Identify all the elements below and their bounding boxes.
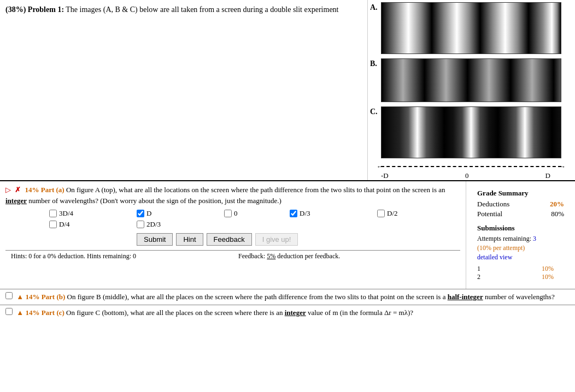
attempts-label: Attempts remaining: [477,235,531,242]
part-a-desc1: On figure A (top), what are all the loca… [66,186,445,194]
grade-summary-title: Grade Summary [477,189,564,198]
deductions-label: Deductions [477,200,509,209]
part-c-section: ▲ 14% Part (c) On figure C (bottom), wha… [0,305,575,320]
feedback-text: Feedback: 5% deduction per feedback. [238,252,340,260]
part-a-x-icon: ✗ [15,186,21,194]
deductions-value: 20% [550,200,564,209]
axis-arrow-right: → [559,163,566,171]
grade-summary: Grade Summary Deductions 20% Potential 8… [472,185,570,286]
part-b-bold: half-integer [448,293,483,301]
image-label-b: B. [370,58,381,68]
part-b-warning-icon: ▲ [16,293,24,301]
part-a-desc2: number of wavelengths? (Don't worry abou… [28,197,281,205]
label-d4: D/4 [59,220,70,229]
attempt-pct-1: 10% [542,265,554,273]
submissions-title: Submissions [477,224,564,233]
hints-right-text: Feedback: 5% deduction per feedback. [238,252,455,260]
diffraction-image-c [381,106,561,158]
potential-value: 80% [551,210,564,218]
checkbox-grid: 3D/4 D 0 D/3 D/2 D/4 [49,209,460,229]
hints-left-text: Hints: 0 for a 0% deduction. Hints remai… [11,252,227,260]
part-c-checkbox-icon [5,308,16,317]
label-3d4: 3D/4 [59,209,73,218]
hints-bar: Hints: 0 for a 0% deduction. Hints remai… [5,250,460,262]
checkbox-d[interactable] [137,210,144,217]
axis-line: ← → [381,162,561,170]
part-a-section: ▷ ✗ 14% Part (a) On figure A (top), what… [0,180,575,289]
part-b-checkbox-icon [5,293,16,301]
submit-button[interactable]: Submit [137,233,173,246]
checkbox-item-d2: D/2 [377,209,454,218]
label-d3: D/3 [300,209,310,218]
part-c-text: On figure C (bottom), what are all the p… [66,308,283,317]
part-a-bold: integer [5,197,27,205]
attempt-row-2: 2 10% [477,273,554,281]
axis-dashed-line: ← → [381,166,561,167]
checkbox-item-d: D [137,209,224,218]
checkbox-item-3d4: 3D/4 [49,209,137,218]
per-attempt-row: (10% per attempt) [477,244,564,252]
buttons-row: Submit Hint Feedback I give up! [137,233,460,246]
checkbox-3d4[interactable] [49,210,57,217]
feedback-button[interactable]: Feedback [207,233,252,246]
checkbox-d3[interactable] [290,210,297,217]
attempt-pct-2: 10% [542,273,554,281]
deductions-row: Deductions 20% [477,200,564,209]
attempts-row: Attempts remaining: 3 [477,235,564,243]
checkbox-item-2d3: 2D/3 [137,220,224,229]
checkbox-2d3[interactable] [137,221,144,228]
part-c-bold: integer [285,308,306,317]
diffraction-image-b [381,58,561,102]
checkbox-d4[interactable] [49,221,57,228]
problem-header: (38%) Problem 1: The images (A, B & C) b… [5,4,362,15]
potential-row: Potential 80% [477,210,564,218]
part-a-percent: 14% Part (a) [25,186,64,194]
image-row-a: A. [370,2,573,54]
part-a-header: ▷ ✗ 14% Part (a) On figure A (top), what… [5,185,460,206]
feedback-pct: 5% [267,252,275,260]
checkbox-0[interactable] [224,210,232,217]
image-label-a: A. [370,2,381,12]
part-b-percent: 14% Part (b) [25,293,65,301]
image-row-c: C. [370,106,573,158]
image-label-c: C. [370,106,381,116]
part-b-section: ▲ 14% Part (b) On figure B (middle), wha… [0,289,575,305]
axis-arrow-left: ← [377,163,383,171]
part-a-left: ▷ ✗ 14% Part (a) On figure A (top), what… [0,181,466,289]
image-row-b: B. [370,58,573,102]
checkbox-d2[interactable] [377,210,385,217]
grade-summary-panel: Grade Summary Deductions 20% Potential 8… [466,181,575,289]
detailed-view-link[interactable]: detailed view [477,253,564,262]
axis-label-center: 0 [465,171,469,180]
attempts-table: 1 10% 2 10% [477,265,564,281]
attempt-num-2: 2 [477,273,480,281]
part-c-text2: value of m (in the formula Δr = mλ)? [308,308,413,317]
images-panel: A. B. C. ← → -D 0 D [367,0,575,180]
give-up-button[interactable]: I give up! [255,233,298,246]
problem-description-panel: (38%) Problem 1: The images (A, B & C) b… [0,0,367,180]
label-0: 0 [234,209,238,218]
axis-row: ← → [370,162,573,170]
attempt-num-1: 1 [477,265,480,273]
part-c-expand-checkbox[interactable] [5,308,13,315]
submissions-section: Submissions Attempts remaining: 3 (10% p… [477,224,564,281]
checkbox-item-d4: D/4 [49,220,137,229]
potential-label: Potential [477,210,502,218]
part-b-expand-checkbox[interactable] [5,292,13,299]
diffraction-image-a [381,2,561,54]
attempt-row-1: 1 10% [477,265,554,273]
part-c-warning-icon: ▲ [16,308,24,317]
axis-label-right: D [545,171,550,180]
part-c-percent: 14% Part (c) [25,308,64,317]
top-section: (38%) Problem 1: The images (A, B & C) b… [0,0,575,180]
part-b-text2: number of wavelengths? [485,293,555,301]
label-2d3: 2D/3 [146,220,161,229]
label-d2: D/2 [387,209,398,218]
part-b-text: On figure B (middle), what are all the p… [67,293,446,301]
hint-button[interactable]: Hint [176,233,203,246]
axis-label-left: -D [381,171,389,180]
checkbox-item-d3: D/3 [290,209,377,218]
problem-description: The images (A, B & C) below are all take… [66,5,338,14]
detailed-view-label: detailed view [477,253,512,261]
label-d: D [146,209,151,218]
